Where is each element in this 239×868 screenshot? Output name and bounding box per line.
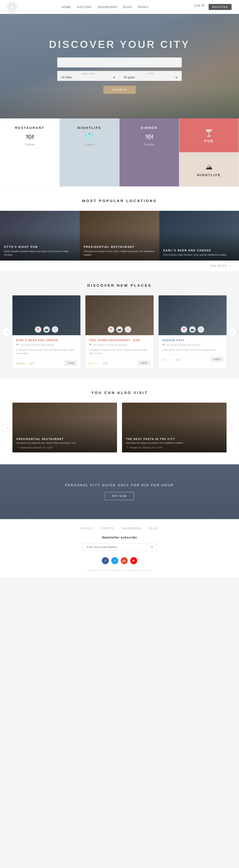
popular-card-2[interactable]: Earl's Beer and Cheese Duis tincidunt ma… [159,211,239,260]
pin-icon-2: 📍 [162,344,165,346]
also-section: You Can Also Visit ‹ Presidential Restau… [0,378,239,464]
search-button[interactable]: Search [103,86,136,94]
cta-banner: Personal City Guide Only for $20 Per Hou… [0,464,239,519]
social-twitter-button[interactable]: t [111,557,118,564]
pin-icon-also-0: 📍 [17,446,20,449]
category-restaurant-icon: 🍽 [5,133,55,141]
site-logo [7,2,17,11]
category-pub-icon: 🍸 [184,129,234,137]
cta-button[interactable]: Pay Now [105,492,134,500]
nav-pages[interactable]: Pages [138,5,148,8]
discover-card-addr-0: 📍 225 Liberty St (South End Avenue) [16,344,77,346]
location-select[interactable]: All cities [60,75,116,80]
card-camera-icon-0[interactable]: 📷 [43,326,50,333]
pin-icon-1: 📍 [89,344,92,346]
see-more-link[interactable]: See More → [0,260,239,271]
category-nightlife[interactable]: Nightlife 👕 2 places [60,119,119,187]
category-nightlife2[interactable]: ⛰ Nightlife [179,153,239,187]
category-pub-title: Pub [184,139,234,143]
discover-card-name-2[interactable]: Hudson Eats [162,339,223,342]
card-location-icon-0[interactable]: 📍 [35,326,41,333]
category-grid: Restaurant 🍽 2 places Nightlife 👕 2 plac… [0,119,239,187]
card-heart-icon-1[interactable]: ♡ [125,326,131,333]
view-button-2[interactable]: View [211,357,223,362]
discover-card-name-0[interactable]: Earl's Beer and Cheese [16,339,77,342]
nav-links: Home Explore Dashboard Blog Pages [62,5,148,8]
footer-link-dashboard[interactable]: Dashboard [121,527,142,530]
category-subcells: 🍸 Pub ⛰ Nightlife [179,119,239,187]
also-card-desc-1: Sed porta non neque accumsan, ornit vest… [126,441,222,445]
also-card-addr-0: 📍 Hampton Bl, Elmhurst, NY 11375 [17,446,113,449]
footer-social: f t g+ ▶ [0,557,239,564]
discover-card-desc-1: Consectetur adipiscing elit, morbi conva… [89,348,150,355]
discover-card-1: 📍 📷 ♡ Two Hands Restaurant · Bar 📍 225 L… [85,296,153,369]
login-link[interactable]: Log In [194,4,204,10]
category-dinner[interactable]: Dinner 🍽 5 places [119,119,179,187]
card-heart-icon-2[interactable]: ♡ [198,326,204,333]
category-restaurant[interactable]: Restaurant 🍽 2 places [0,119,60,187]
category-pub[interactable]: 🍸 Pub [179,119,239,153]
social-youtube-button[interactable]: ▶ [130,557,137,564]
type-select[interactable]: All types [122,75,179,80]
card-heart-icon-0[interactable]: ♡ [52,326,58,333]
also-cards: Presidential Restaurant Sed porta non ne… [12,403,227,453]
popular-grid: Otto's Night Pub Morbi convallis convall… [0,211,239,260]
stars-0: ★★★★☆ [16,362,27,365]
footer-link-events[interactable]: Events [101,527,114,530]
footer-link-hotels[interactable]: Hotels [81,527,94,530]
stars-1: ★☆☆☆☆ [89,362,100,365]
popular-card-0[interactable]: Otto's Night Pub Morbi convallis convall… [0,211,80,260]
also-prev-button[interactable]: ‹ [2,423,11,432]
nav-explore[interactable]: Explore [77,5,92,8]
discover-card-img-2: 📍 📷 ♡ [158,296,227,335]
social-facebook-button[interactable]: f [102,557,109,564]
nav-auth: Log In Register [194,4,232,10]
newsletter-email-input[interactable] [83,543,147,551]
footer-link-blog[interactable]: Blog [149,527,158,530]
popular-card-desc-1: Sed porta non neque mi arcu, fusce. Null… [84,250,155,256]
also-card-name-0: Presidential Restaurant [17,438,113,440]
also-title: You Can Also Visit [0,378,239,403]
also-card-addr-1: 📍 Hampton Bl, Elmhurst, NY 11375 [126,446,222,449]
discover-card-img-0: 📍 📷 ♡ [12,296,81,335]
card-location-icon-2[interactable]: 📍 [181,326,187,333]
register-button[interactable]: Register [209,4,232,10]
category-nightlife-icon: 👕 [65,133,114,141]
discover-card-addr-1: 📍 225 Liberty St (South End Avenue) [89,344,150,346]
cta-text: Personal City Guide Only for $20 Per Hou… [65,483,174,487]
discover-card-name-1[interactable]: Two Hands Restaurant · Bar [89,339,150,342]
discover-section: Discover New Places ‹ 📍 📷 ♡ Earl's Beer … [0,271,239,378]
newsletter-form: ✉ [0,543,239,551]
popular-card-name-1: Presidential Restaurant [84,245,155,248]
hero-search-bar [57,58,182,67]
rating-0: (0.0) [30,362,35,365]
location-select-group: Location All cities [57,71,119,81]
navigation: Home Explore Dashboard Blog Pages Log In… [0,0,239,14]
card-camera-icon-2[interactable]: 📷 [189,326,196,333]
nav-blog[interactable]: Blog [123,5,132,8]
discover-next-button[interactable]: › [228,328,237,336]
view-button-0[interactable]: View [65,361,77,366]
view-button-1[interactable]: View [138,361,150,366]
category-restaurant-places: 2 places [5,143,55,146]
pin-icon-0: 📍 [16,344,19,346]
hero-selects: Location All cities Type All types [57,71,182,81]
card-camera-icon-1[interactable]: 📷 [116,326,123,333]
nav-dashboard[interactable]: Dashboard [98,5,118,8]
also-next-button[interactable]: › [228,423,237,432]
popular-card-name-2: Earl's Beer and Cheese [163,249,235,252]
popular-card-1[interactable]: Presidential Restaurant Sed porta non ne… [80,211,159,260]
nav-home[interactable]: Home [62,5,71,8]
category-dinner-places: 5 places [124,143,174,146]
popular-section-title: Most Popular Locations [0,187,239,211]
card-location-icon-1[interactable]: 📍 [108,326,114,333]
newsletter-submit-button[interactable]: ✉ [147,543,157,551]
also-card-name-1: The Best Pasta in the City [126,438,222,440]
also-card-1[interactable]: The Best Pasta in the City Sed porta non… [122,403,227,453]
type-select-group: Type All types [119,71,182,81]
also-card-0[interactable]: Presidential Restaurant Sed porta non ne… [12,403,117,453]
discover-prev-button[interactable]: ‹ [2,328,11,336]
social-googleplus-button[interactable]: g+ [121,557,128,564]
category-nightlife2-title: Nightlife [184,173,234,177]
also-card-desc-0: Sed porta non neque mi arcu, fusce nulla… [17,441,113,445]
